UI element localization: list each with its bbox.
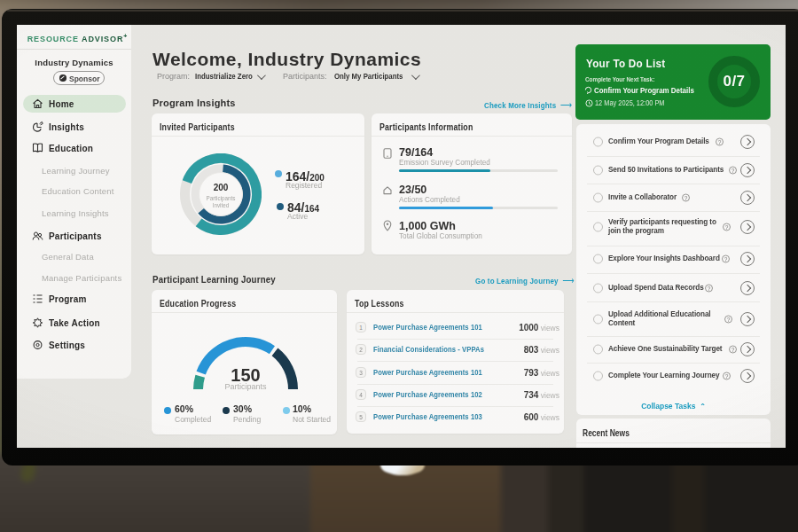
svg-text:200: 200 xyxy=(214,183,229,192)
svg-text:Participants: Participants xyxy=(207,195,236,202)
svg-text:Invited: Invited xyxy=(213,202,230,208)
